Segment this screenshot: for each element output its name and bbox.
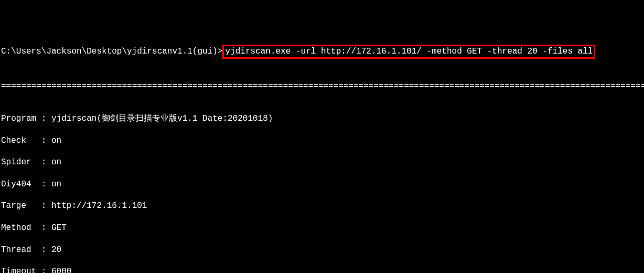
config-timeout: Timeout : 6000: [1, 266, 643, 273]
config-key: Method: [1, 223, 41, 234]
config-method: Method : GET: [1, 223, 643, 234]
config-spider: Spider : on: [1, 157, 643, 168]
config-key: Targe: [1, 201, 41, 212]
config-thread: Thread : 20: [1, 245, 643, 256]
config-value: on: [51, 136, 61, 145]
command-prompt-line[interactable]: C:\Users\Jackson\Desktop\yjdirscanv1.1(g…: [1, 45, 643, 59]
config-key: Timeout: [1, 266, 41, 273]
config-key: Spider: [1, 157, 41, 168]
config-value: yjdirscan(御剑目录扫描专业版v1.1 Date:20201018): [51, 114, 273, 123]
command-text: yjdirscan.exe -url http://172.16.1.101/ …: [225, 47, 593, 56]
config-value: GET: [51, 223, 67, 233]
config-targe: Targe : http://172.16.1.101: [1, 201, 643, 212]
config-key: Diy404: [1, 179, 41, 190]
command-highlight: yjdirscan.exe -url http://172.16.1.101/ …: [222, 45, 595, 59]
config-check: Check : on: [1, 135, 643, 146]
config-value: 20: [51, 245, 61, 255]
config-diy404: Diy404 : on: [1, 179, 643, 190]
config-key: Program: [1, 113, 41, 124]
config-value: 6000: [51, 267, 71, 273]
prompt-path: C:\Users\Jackson\Desktop\yjdirscanv1.1(g…: [1, 46, 222, 57]
config-value: on: [51, 180, 61, 189]
config-key: Check: [1, 135, 41, 146]
config-value: http://172.16.1.101: [51, 201, 147, 211]
divider-top: ========================================…: [1, 81, 643, 92]
config-value: on: [51, 158, 61, 167]
config-key: Thread: [1, 245, 41, 256]
config-program: Program : yjdirscan(御剑目录扫描专业版v1.1 Date:2…: [1, 113, 643, 124]
